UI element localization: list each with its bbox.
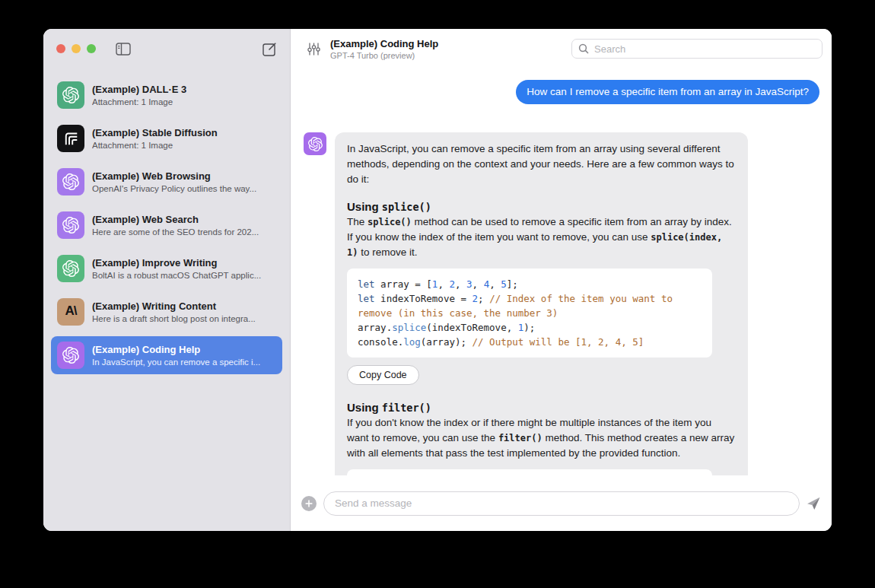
conversation-subtitle: Here is a draft short blog post on integ…: [92, 314, 256, 323]
code-line: array.splice(indexToRemove, 1);: [358, 320, 702, 335]
conversation-icon: [57, 342, 84, 369]
user-message-bubble: How can I remove a specific item from an…: [516, 80, 819, 104]
conversation-subtitle: BoltAI is a robust macOS ChatGPT applic.…: [92, 271, 261, 280]
conversation-list-item[interactable]: (Example) Web Search Here are some of th…: [51, 206, 282, 244]
conversation-list-item[interactable]: (Example) Improve Writing BoltAI is a ro…: [51, 250, 282, 288]
conversation-title: (Example) Web Search: [92, 214, 259, 225]
send-message-button[interactable]: [807, 497, 821, 510]
conversation-subtitle: Attachment: 1 Image: [92, 97, 186, 106]
assistant-avatar: [304, 132, 326, 155]
copy-code-button[interactable]: Copy Code: [347, 365, 419, 385]
openai-logo-icon: [62, 173, 79, 190]
sidebar-toolbar: [43, 29, 290, 68]
openai-logo-icon: [62, 347, 79, 364]
conversation-subtitle: Attachment: 1 Image: [92, 141, 218, 150]
message-input[interactable]: [323, 491, 800, 516]
splice-description-paragraph: The splice() method can be used to remov…: [347, 215, 736, 260]
conversation-list-item[interactable]: (Example) Coding Help In JavaScript, you…: [51, 336, 282, 374]
message-scroll-area[interactable]: How can I remove a specific item from an…: [291, 68, 832, 475]
new-chat-compose-icon[interactable]: [262, 42, 277, 56]
conversation-icon: [57, 211, 84, 239]
conversation-list-item[interactable]: A\ (Example) Writing Content Here is a d…: [51, 293, 282, 331]
section-heading-splice: Using splice(): [347, 199, 736, 215]
conversation-title: (Example) DALL·E 3: [92, 84, 186, 95]
conversation-list-item[interactable]: (Example) Stable Diffusion Attachment: 1…: [51, 119, 282, 157]
chat-title: (Example) Coding Help: [330, 38, 438, 49]
conversation-icon: [57, 168, 84, 195]
conversation-list-item[interactable]: (Example) DALL·E 3 Attachment: 1 Image: [51, 76, 282, 114]
code-line: let indexToRemove = 2; // Index of the i…: [358, 291, 702, 320]
conversation-title: (Example) Improve Writing: [92, 257, 261, 269]
conversation-title: (Example) Writing Content: [92, 300, 256, 312]
assistant-message-row: In JavaScript, you can remove a specific…: [304, 132, 819, 475]
conversation-title: (Example) Web Browsing: [92, 170, 256, 182]
search-icon: [578, 43, 589, 54]
zoom-window-button[interactable]: [87, 44, 96, 53]
conversation-icon: [57, 81, 84, 109]
conversation-title: (Example) Stable Diffusion: [92, 127, 218, 138]
conversation-subtitle: Here are some of the SEO trends for 202.…: [92, 227, 259, 237]
anthropic-logo-icon: A\: [65, 304, 77, 319]
app-window: (Example) DALL·E 3 Attachment: 1 Image: [43, 29, 832, 531]
conversation-title: (Example) Coding Help: [92, 344, 260, 355]
conversation-icon: [57, 255, 84, 282]
attach-plus-button[interactable]: [301, 496, 317, 511]
openai-logo-icon: [308, 137, 323, 151]
openai-logo-icon: [62, 260, 79, 277]
close-window-button[interactable]: [56, 44, 65, 53]
model-settings-sliders-icon[interactable]: [307, 42, 320, 56]
conversation-list: (Example) DALL·E 3 Attachment: 1 Image: [43, 68, 290, 382]
minimize-window-button[interactable]: [72, 44, 81, 53]
user-message-row: How can I remove a specific item from an…: [304, 80, 819, 104]
conversation-list-item[interactable]: (Example) Web Browsing OpenAI's Privacy …: [51, 163, 282, 201]
chat-header: (Example) Coding Help GPT-4 Turbo (previ…: [291, 29, 832, 68]
section-heading-filter: Using filter(): [347, 400, 736, 415]
code-line: console.log(array); // Output will be [1…: [358, 335, 702, 349]
chat-pane: (Example) Coding Help GPT-4 Turbo (previ…: [291, 29, 832, 531]
code-block-filter-clipped: [347, 469, 712, 475]
openai-logo-icon: [62, 217, 79, 234]
conversation-subtitle: In JavaScript, you can remove a specific…: [92, 358, 260, 367]
conversation-icon: A\: [57, 298, 84, 326]
assistant-message-bubble: In JavaScript, you can remove a specific…: [335, 132, 748, 475]
toggle-sidebar-icon[interactable]: [116, 43, 131, 56]
filter-description-paragraph: If you don't know the index or if there …: [347, 415, 736, 461]
sidebar: (Example) DALL·E 3 Attachment: 1 Image: [43, 29, 291, 531]
stability-logo-icon: [62, 130, 79, 147]
desktop: { "colors": { "traffic_red": "#ec6a5e", …: [0, 0, 875, 588]
composer-bar: [291, 475, 832, 531]
conversation-icon: [57, 125, 84, 152]
openai-logo-icon: [62, 87, 79, 103]
send-paper-plane-icon: [807, 497, 821, 510]
search-field[interactable]: [571, 39, 822, 59]
traffic-lights: [56, 44, 96, 53]
chat-model-subtitle: GPT-4 Turbo (preview): [330, 51, 438, 60]
code-line: let array = [1, 2, 3, 4, 5];: [358, 277, 702, 291]
search-input[interactable]: [593, 43, 816, 56]
code-block-splice[interactable]: let array = [1, 2, 3, 4, 5]; let indexTo…: [347, 269, 712, 358]
assistant-intro-paragraph: In JavaScript, you can remove a specific…: [347, 141, 736, 187]
conversation-subtitle: OpenAI's Privacy Policy outlines the way…: [92, 184, 256, 193]
